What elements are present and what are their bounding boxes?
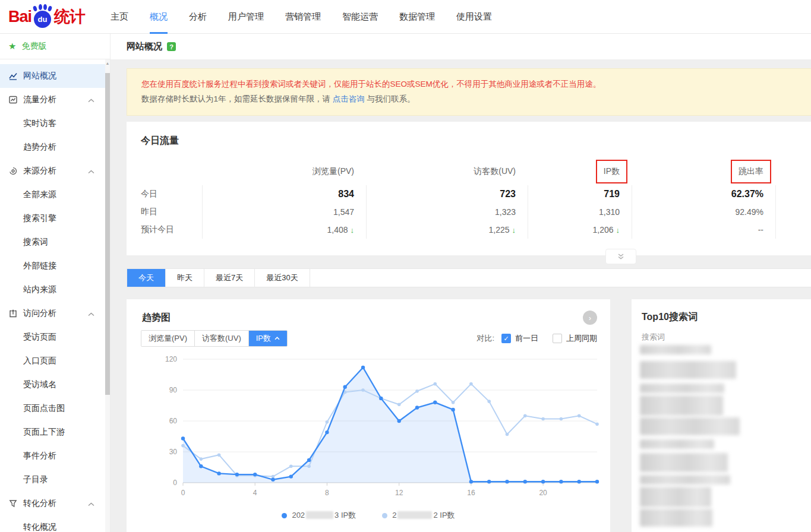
traffic-value: 723: [366, 185, 528, 203]
legend-dot-icon: [282, 513, 287, 518]
row-label: 今日: [127, 189, 202, 200]
sidebar-item-label: 受访页面: [23, 332, 56, 343]
date-tab-今天[interactable]: 今天: [127, 269, 166, 287]
sidebar-item-label: 搜索引擎: [23, 213, 56, 224]
compare-label: 对比:: [476, 333, 494, 344]
scrollbar-thumb[interactable]: [105, 73, 110, 395]
chevron-up-icon: [88, 309, 94, 318]
plan-badge-label: 免费版: [21, 41, 46, 52]
sidebar-item-页面上下游[interactable]: 页面上下游: [0, 420, 110, 444]
sidebar-item-label: 网站概况: [23, 71, 56, 81]
metric-tab-IP数[interactable]: IP数: [249, 331, 287, 346]
chevron-up-icon: [88, 95, 94, 104]
sidebar-item-label: 访问分析: [23, 308, 56, 319]
help-icon[interactable]: ?: [167, 42, 176, 51]
logo-text-tongji: 统计: [54, 6, 85, 27]
traffic-value: 92.49%: [632, 203, 775, 221]
svg-text:12: 12: [395, 489, 403, 497]
trend-chart-svg[interactable]: 0306090120048121620: [127, 350, 610, 502]
sidebar-item-页面点击图[interactable]: 页面点击图: [0, 397, 110, 420]
nav-item-使用设置[interactable]: 使用设置: [456, 0, 492, 34]
date-tab-最近7天[interactable]: 最近7天: [204, 269, 255, 287]
down-arrow-icon: ↓: [616, 226, 620, 235]
sidebar-item-受访域名[interactable]: 受访域名: [0, 373, 110, 397]
traffic-value: 1,225↓: [366, 221, 528, 239]
sidebar-item-受访页面[interactable]: 受访页面: [0, 325, 110, 349]
nav-item-数据管理[interactable]: 数据管理: [399, 0, 435, 34]
red-annotation-box: 跳出率: [731, 160, 771, 183]
sidebar-item-全部来源[interactable]: 全部来源: [0, 183, 110, 207]
masked-search-word: [640, 475, 730, 484]
legend-item[interactable]: 2023 IP数: [282, 510, 356, 521]
nav-item-概况[interactable]: 概况: [150, 0, 168, 34]
compare-options: ✓前一日上周同期: [501, 333, 597, 344]
sidebar-item-label: 页面点击图: [23, 403, 65, 414]
page-title: 网站概况: [127, 41, 162, 52]
sidebar-item-label: 实时访客: [23, 118, 56, 129]
sidebar-item-入口页面[interactable]: 入口页面: [0, 349, 110, 373]
next-arrow-button[interactable]: ›: [583, 311, 597, 325]
date-tab-昨天[interactable]: 昨天: [166, 269, 204, 287]
sidebar-item-label: 子目录: [23, 474, 48, 485]
column-header-访客数(UV): 访客数(UV): [366, 166, 528, 177]
sidebar-item-转化分析[interactable]: 转化分析: [0, 492, 110, 515]
traffic-value: 62.37%: [632, 185, 775, 203]
content-scroll-area: 您在使用百度统计服务过程中看到搜索词或者关键词，仅能用于站长的SEO或SEM优化…: [111, 59, 811, 532]
checked-checkbox[interactable]: ✓: [501, 334, 511, 343]
sidebar-item-外部链接[interactable]: 外部链接: [0, 254, 110, 278]
sidebar-item-转化概况[interactable]: 转化概况: [0, 515, 110, 532]
top10-search-words-card: Top10搜索词 搜索词: [632, 299, 811, 532]
sidebar-scrollbar[interactable]: ▲: [105, 59, 110, 532]
sidebar-item-趋势分析[interactable]: 趋势分析: [0, 135, 110, 159]
traffic-value: 1,408↓: [202, 221, 366, 239]
sidebar-item-访问分析[interactable]: 访问分析: [0, 302, 110, 325]
consult-link[interactable]: 点击咨询: [333, 94, 365, 103]
masked-search-word: [640, 345, 711, 354]
legend-item[interactable]: 22 IP数: [382, 510, 455, 521]
masked-search-word: [640, 395, 723, 416]
sidebar: ★ 免费版 网站概况流量分析实时访客趋势分析来源分析全部来源搜索引擎搜索词外部链…: [0, 34, 111, 532]
sidebar-item-来源分析[interactable]: 来源分析: [0, 159, 110, 183]
nav-item-用户管理[interactable]: 用户管理: [228, 0, 264, 34]
sidebar-item-搜索引擎[interactable]: 搜索引擎: [0, 207, 110, 230]
metric-tab-访客数(UV)[interactable]: 访客数(UV): [195, 331, 249, 346]
nav-item-主页[interactable]: 主页: [111, 0, 128, 34]
collapse-panel-button[interactable]: [605, 249, 636, 264]
nav-item-营销管理[interactable]: 营销管理: [285, 0, 321, 34]
sidebar-item-子目录[interactable]: 子目录: [0, 468, 110, 492]
sidebar-item-label: 页面上下游: [23, 427, 65, 438]
sidebar-item-实时访客[interactable]: 实时访客: [0, 112, 110, 135]
svg-text:90: 90: [169, 386, 178, 394]
nav-item-分析[interactable]: 分析: [189, 0, 207, 34]
chart-legend: 2023 IP数22 IP数: [127, 510, 610, 521]
masked-search-word: [640, 453, 728, 472]
sidebar-item-流量分析[interactable]: 流量分析: [0, 88, 110, 112]
traffic-row-预计今日: 预计今日1,408↓1,225↓1,206↓--: [127, 221, 811, 239]
metric-tab-浏览量(PV)[interactable]: 浏览量(PV): [141, 331, 195, 346]
sidebar-item-搜索词[interactable]: 搜索词: [0, 230, 110, 254]
star-icon: ★: [8, 41, 16, 52]
chevron-up-icon: [274, 337, 280, 340]
column-header-浏览量(PV): 浏览量(PV): [202, 166, 366, 177]
svg-text:8: 8: [325, 489, 329, 497]
nav-item-智能运营[interactable]: 智能运营: [342, 0, 378, 34]
sidebar-item-网站概况[interactable]: 网站概况: [0, 64, 110, 88]
column-header-跳出率: 跳出率: [632, 160, 775, 183]
compare-option-label: 前一日: [515, 333, 538, 344]
traffic-value: 1,547: [202, 203, 366, 221]
baidu-tongji-logo[interactable]: Bai du 统计: [8, 5, 85, 28]
sidebar-item-站内来源[interactable]: 站内来源: [0, 278, 110, 302]
svg-text:4: 4: [253, 489, 257, 497]
scrollbar-up-arrow-icon[interactable]: ▲: [105, 59, 110, 66]
svg-text:60: 60: [169, 417, 178, 425]
search-word-column-header: 搜索词: [642, 332, 811, 343]
date-tab-最近30天[interactable]: 最近30天: [255, 269, 310, 287]
unchecked-checkbox[interactable]: [553, 334, 562, 343]
sidebar-item-事件分析[interactable]: 事件分析: [0, 444, 110, 468]
traffic-value: 719: [528, 185, 632, 203]
double-chevron-down-icon: [617, 252, 625, 261]
top-nav: 主页概况分析用户管理营销管理智能运营数据管理使用设置: [111, 0, 492, 34]
compare-controls: 对比: ✓前一日上周同期: [476, 333, 597, 344]
today-traffic-card: 今日流量 浏览量(PV)访客数(UV)IP数跳出率今日83472371962.3…: [127, 122, 811, 255]
sidebar-item-label: 流量分析: [23, 94, 56, 105]
